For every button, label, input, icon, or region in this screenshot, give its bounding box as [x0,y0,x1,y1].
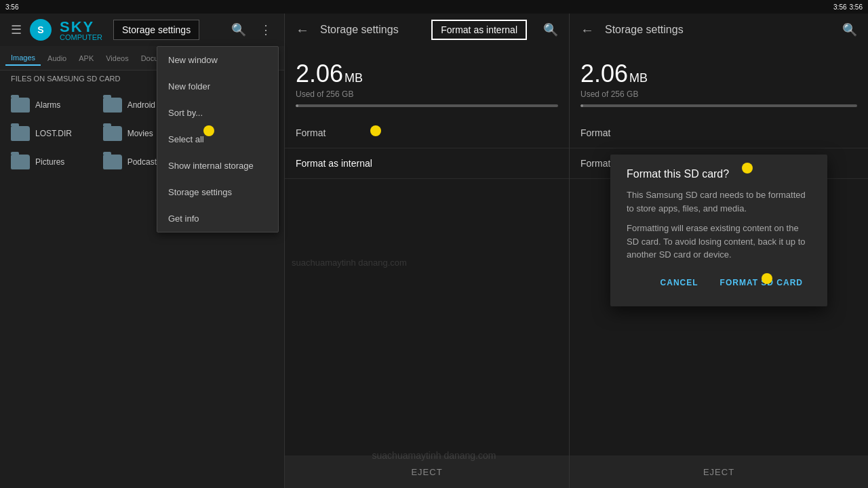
storage-bar-fill [296,104,298,107]
file-name: Android [127,100,155,110]
tab-images[interactable]: Images [5,51,41,66]
status-time-right2: 3:56 [850,3,863,11]
dropdown-get-info[interactable]: Get info [157,205,278,232]
storage-used-p3: Used of 256 GB [580,89,857,99]
menu-icon[interactable]: ☰ [8,20,24,40]
dropdown-select-all[interactable]: Select all [157,126,278,152]
tab-videos[interactable]: Videos [100,52,134,65]
storage-info-p3: 2.06 MB Used of 256 GB [570,46,868,118]
panel-file-manager: ☰ S SKY COMPUTER Storage settings 🔍 ⋮ Im… [0,14,285,488]
dropdown-show-internal[interactable]: Show internal storage [157,152,278,179]
dropdown-storage-settings[interactable]: Storage settings [157,179,278,205]
menu-list: Format Format as internal [285,118,569,455]
menu-item-format-p3[interactable]: Format [570,118,868,148]
dialog-cancel-button[interactable]: CANCEL [652,272,707,293]
eject-button-p3[interactable]: EJECT [570,455,868,488]
tab-apk[interactable]: APK [73,52,99,65]
storage-settings-title: Storage settings [113,20,199,40]
folder-icon [11,155,30,169]
panel-storage-settings: ← Storage settings Format as internal 🔍 … [285,14,570,488]
back-icon[interactable]: ← [290,20,315,41]
status-time-right: 3:56 [833,3,846,11]
storage-size-num-p3: 2.06 [580,60,628,88]
annotation-dot-dialog-confirm [762,273,772,284]
storage-used: Used of 256 GB [296,89,558,99]
search-icon[interactable]: 🔍 [227,20,250,40]
more-options-icon[interactable]: ⋮ [256,20,276,40]
dropdown-new-window[interactable]: New window [157,47,278,73]
file-name: LOST.DIR [35,129,72,138]
file-name: Movies [127,129,153,138]
folder-icon [103,98,122,113]
storage-size-unit: MB [344,71,363,85]
folder-icon [103,126,122,141]
dropdown-sort-by[interactable]: Sort by... [157,100,278,126]
dropdown-menu: New window New folder Sort by... Select … [157,46,279,232]
dialog-buttons: CANCEL FORMAT SD CARD [627,272,811,293]
computer-text: COMPUTER [60,33,102,41]
format-dialog: Format this SD card? This Samsung SD car… [610,155,827,306]
eject-button[interactable]: EJECT [285,455,569,488]
folder-icon [11,126,30,141]
tab-audio[interactable]: Audio [42,52,72,65]
storage-info: 2.06 MB Used of 256 GB [285,46,569,118]
annotation-dot-format-sd [742,163,753,174]
dialog-confirm-button[interactable]: FORMAT SD CARD [712,272,811,293]
file-name: Podcasts [127,157,161,167]
panel2-toolbar: ← Storage settings Format as internal 🔍 [285,14,569,46]
panel1-toolbar: ☰ S SKY COMPUTER Storage settings 🔍 ⋮ [0,14,284,46]
logo: S [30,19,52,41]
panel3-toolbar: ← Storage settings 🔍 [570,14,868,46]
storage-bar-p3 [580,104,857,107]
menu-item-format-internal[interactable]: Format as internal [285,148,569,179]
panel-format-dialog: ← Storage settings 🔍 2.06 MB Used of 256… [570,14,868,488]
dialog-text2: Formatting will erase existing content o… [627,222,811,262]
status-bar: 3:56 3:56 3:56 [0,0,868,14]
search-icon[interactable]: 🔍 [538,20,564,40]
menu-item-format[interactable]: Format [285,118,569,148]
panel2-title: Storage settings [320,24,399,36]
file-name: Alarms [35,100,60,110]
file-name: Pictures [35,157,64,167]
panel3-content: 2.06 MB Used of 256 GB Format Format as … [570,46,868,455]
storage-size-num: 2.06 [296,60,343,88]
panels-container: ☰ S SKY COMPUTER Storage settings 🔍 ⋮ Im… [0,14,868,488]
panel3-title: Storage settings [605,24,684,36]
annotation-dot-show-internal [203,125,214,136]
back-icon-p3[interactable]: ← [575,20,599,41]
dialog-title: Format this SD card? [627,168,811,180]
list-item[interactable]: Alarms [5,92,95,118]
dialog-text1: This Samsung SD card needs to be formatt… [627,188,811,215]
annotation-dot-format-internal [370,125,381,136]
status-time-left: 3:56 [5,3,18,11]
folder-icon [103,155,122,169]
search-icon-p3[interactable]: 🔍 [837,20,863,40]
dropdown-new-folder[interactable]: New folder [157,73,278,100]
storage-bar [296,104,558,107]
storage-size-unit-p3: MB [629,71,648,85]
format-as-internal-highlighted[interactable]: Format as internal [441,24,517,35]
list-item[interactable]: LOST.DIR [5,121,95,146]
logo-circle: S [30,19,52,41]
storage-bar-fill-p3 [580,104,583,107]
folder-icon [11,98,30,113]
list-item[interactable]: Pictures [5,149,95,175]
